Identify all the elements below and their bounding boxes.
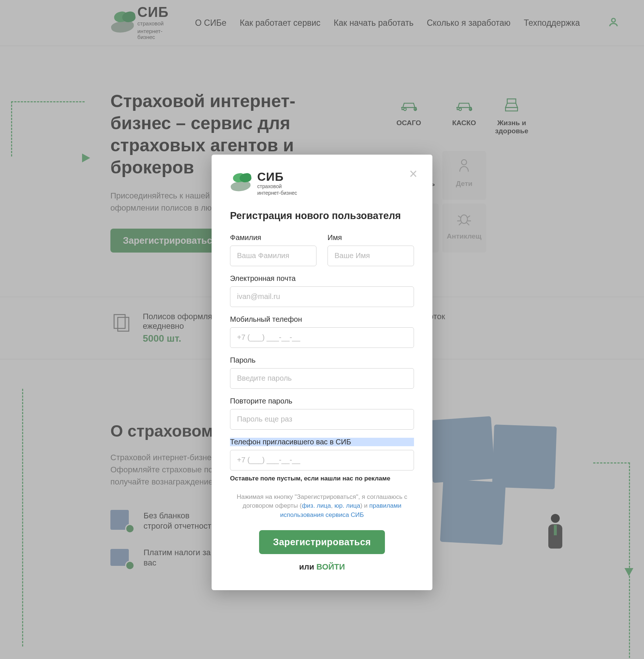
firstname-input[interactable]: [328, 246, 414, 266]
consent-text: Нажимая на кнопку "Зарегистрироваться", …: [230, 493, 414, 520]
password2-label: Повторите пароль: [230, 397, 414, 405]
modal-title: Регистрация нового пользователя: [230, 210, 414, 222]
offer-legal-link[interactable]: юр. лица: [335, 502, 360, 509]
email-input[interactable]: [230, 286, 414, 307]
offer-individual-link[interactable]: физ. лица: [302, 502, 331, 509]
brand-name: СИБ: [257, 171, 297, 183]
password2-input[interactable]: [230, 409, 414, 430]
submit-button[interactable]: Зарегистрироваться: [259, 530, 385, 554]
brand-tag-1: страховой: [257, 184, 297, 189]
lastname-input[interactable]: [230, 246, 316, 266]
modal-overlay[interactable]: × СИБ страховой интернет-бизнес Регистра…: [0, 0, 644, 659]
login-link[interactable]: войти: [316, 562, 345, 571]
lastname-label: Фамилия: [230, 233, 316, 242]
registration-modal: × СИБ страховой интернет-бизнес Регистра…: [212, 155, 432, 590]
password-input[interactable]: [230, 368, 414, 389]
referrer-hint: Оставьте поле пустым, если нашли нас по …: [230, 475, 414, 482]
modal-logo: СИБ страховой интернет-бизнес: [230, 171, 414, 196]
close-icon[interactable]: ×: [407, 167, 420, 180]
password-label: Пароль: [230, 356, 414, 364]
phone-input[interactable]: [230, 327, 414, 348]
phone-label: Мобильный телефон: [230, 315, 414, 324]
brand-tag-2: интернет-бизнес: [257, 190, 297, 196]
referrer-label: Телефон пригласившего вас в СИБ: [230, 438, 414, 446]
email-label: Электронная почта: [230, 274, 414, 283]
brand-logo-icon: [230, 173, 253, 194]
firstname-label: Имя: [328, 233, 414, 242]
referrer-input[interactable]: [230, 450, 414, 471]
login-line: или войти: [230, 562, 414, 572]
